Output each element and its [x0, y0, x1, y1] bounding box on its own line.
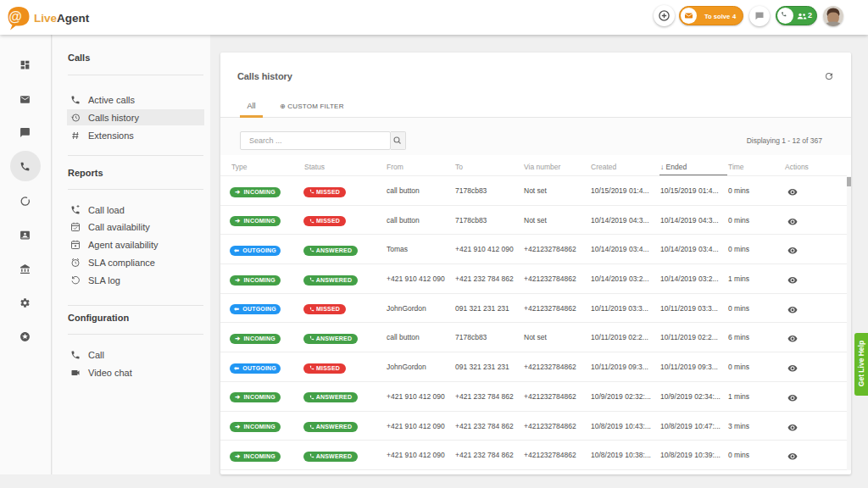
svg-text:@: @	[8, 9, 22, 24]
